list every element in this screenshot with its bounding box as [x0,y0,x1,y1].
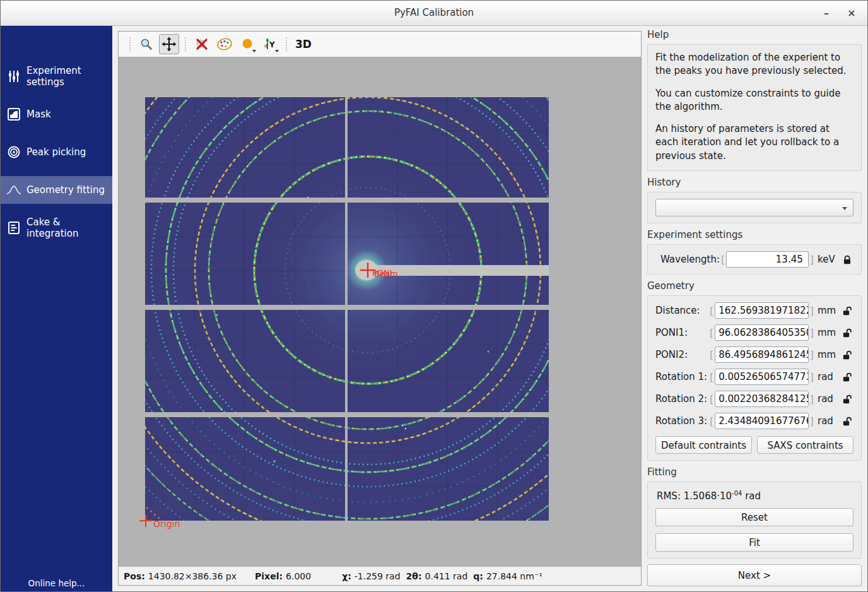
plot-widget: Yd 3D [118,31,642,586]
peak-curve-icon [6,182,21,198]
mask-icon [6,107,21,122]
close-bracket: ] [809,415,815,427]
window-title: PyFAI Calibration [1,7,867,18]
rotation1-label: Rotation 1: [655,371,708,382]
open-bracket: [ [708,327,715,339]
fitting-box: RMS: 1.5068·10-04 rad Reset Fit [647,482,862,559]
q-label: q: [473,571,483,581]
rms-label: RMS: [657,490,681,502]
poni2-row: PONI2: [ 86.4956894861245 ] mm [655,346,853,363]
poni1-field[interactable]: 96.0628386405350 [715,324,809,341]
pixel-label: Pixel: [255,571,283,581]
sidebar-item-label: Mask [26,109,51,120]
sliders-icon [6,69,21,84]
title-bar: PyFAI Calibration – × [1,1,867,26]
pos-label: Pos: [124,571,145,581]
plot-toolbar: Yd 3D [119,32,641,57]
control-panel: Help Fit the modelization of the experie… [642,26,868,592]
experiment-box: Wavelength: [ 13.45 ] keV [647,244,862,275]
poni1-unit: mm [818,327,839,338]
rotation3-label: Rotation 3: [655,415,708,427]
distance-field[interactable]: 162.569381971822 [715,302,809,319]
open-bracket: [ [708,371,715,383]
online-help-link[interactable]: Online help... [1,578,112,588]
close-bracket: ] [809,254,815,266]
sidebar-item-label: Geometry fitting [26,184,105,196]
wavelength-label: Wavelength: [660,254,720,265]
twotheta-value: 0.411 rad [425,571,468,581]
history-section-title: History [647,177,862,188]
saxs-constraints-button[interactable]: SAXS contraints [757,436,853,454]
sidebar-item-geometry-fitting[interactable]: Geometry fitting [1,176,112,204]
dropdown-caret-icon [275,50,279,52]
close-bracket: ] [809,393,815,405]
lock-open-icon[interactable] [843,306,853,316]
next-button[interactable]: Next > [647,564,862,586]
history-box [647,192,862,223]
poni2-field[interactable]: 86.4956894861245 [715,346,809,363]
pos-value: 1430.82×386.36 px [148,571,237,581]
sidebar-item-label: Experiment settings [26,65,112,88]
q-value: 27.844 nm⁻¹ [486,571,542,581]
reset-button[interactable]: Reset [655,508,853,526]
poni1-row: PONI1: [ 96.0628386405350 ] mm [655,324,853,341]
rms-unit: rad [745,490,761,502]
lock-open-icon[interactable] [843,394,853,404]
sidebar-item-peak-picking[interactable]: Peak picking [1,138,112,166]
rotation3-unit: rad [818,415,839,427]
rotation2-label: Rotation 2: [655,393,708,405]
marker-color-button[interactable] [237,34,257,54]
lock-closed-icon[interactable] [843,255,853,264]
wavelength-unit: keV [818,254,839,265]
help-paragraph: You can customize constraints to guide t… [655,87,853,114]
history-dropdown[interactable] [655,199,853,216]
lock-open-icon[interactable] [843,328,853,338]
pan-move-button[interactable] [159,34,179,54]
sidebar-item-label: Cake & integration [26,216,112,239]
fit-button[interactable]: Fit [655,533,853,552]
help-paragraph: An history of parameters is stored at ea… [655,122,853,163]
sidebar-item-label: Peak picking [26,146,86,158]
poni2-label: PONI2: [655,349,708,360]
sidebar-nav: Experiment settings Mask Peak picking Ge… [1,26,112,592]
lines-box-icon [6,220,21,235]
axis-direction-button[interactable]: Yd [260,34,280,54]
poni1-label: PONI1: [655,327,708,338]
crosshair-off-button[interactable] [192,34,212,54]
rotation3-field[interactable]: 2.43484091677676 [715,413,809,429]
view-3d-button[interactable]: 3D [295,38,312,50]
sidebar-item-mask[interactable]: Mask [1,100,112,128]
dropdown-caret-icon [252,50,256,52]
minimize-button[interactable]: – [818,6,835,21]
zoom-magnifier-button[interactable] [136,34,156,54]
close-button[interactable]: × [843,6,860,21]
colormap-palette-button[interactable] [214,34,235,54]
pyfai-window: PyFAI Calibration – × Experiment setting… [0,0,868,592]
chi-label: χ: [342,571,351,581]
open-bracket: [ [708,393,715,405]
rms-readout: RMS: 1.5068·10-04 rad [657,490,853,502]
chevron-down-icon [842,207,847,210]
lock-open-icon[interactable] [843,372,853,382]
sidebar-item-experiment-settings[interactable]: Experiment settings [1,62,112,90]
close-bracket: ] [809,327,815,339]
svg-text:d: d [264,44,267,49]
status-bar: Pos: 1430.82×386.36 px Pixel: 6.000 χ: -… [119,566,641,585]
rotation2-field[interactable]: 0.00220368284125 [715,391,809,407]
toolbar-separator [129,37,131,51]
open-bracket: [ [708,305,715,317]
lock-open-icon[interactable] [843,350,853,360]
rotation2-unit: rad [818,393,839,405]
concentric-rings-icon [6,145,21,160]
geometry-section-title: Geometry [647,280,862,292]
sidebar-item-cake-integration[interactable]: Cake & integration [1,214,112,242]
lock-open-icon[interactable] [843,417,853,426]
geometry-box: Distance: [ 162.569381971822 ] mm PONI1:… [647,295,862,461]
rotation1-field[interactable]: 0.00526506574773 [715,369,809,385]
experiment-section-title: Experiment settings [647,229,862,240]
diffraction-canvas[interactable]: PONI Beam Origin [119,57,641,566]
wavelength-field[interactable]: 13.45 [726,251,809,268]
default-constraints-button[interactable]: Default contraints [655,436,752,454]
pixel-value: 6.000 [286,571,311,581]
chi-value: -1.259 rad [355,571,401,581]
